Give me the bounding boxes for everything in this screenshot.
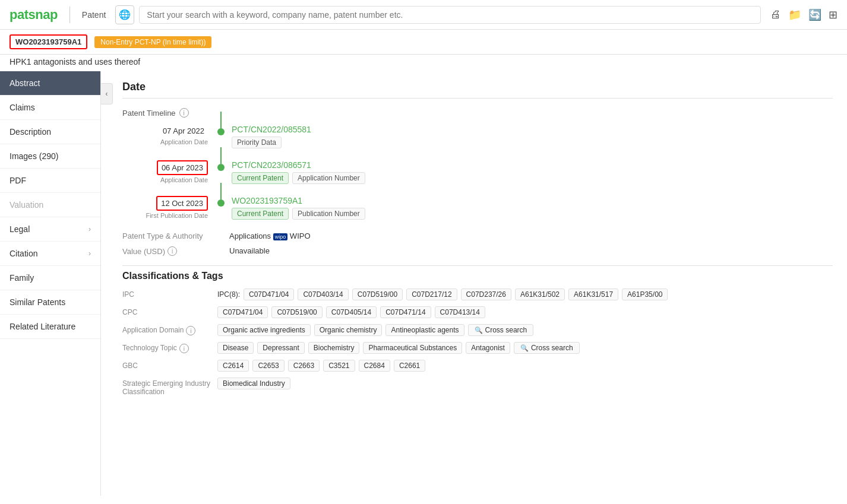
tag-current-patent-2[interactable]: Current Patent xyxy=(232,172,289,184)
tag-pub-number[interactable]: Publication Number xyxy=(292,208,365,220)
app-domain-tag-3[interactable]: Antineoplastic agents xyxy=(385,324,464,336)
sidebar-item-valuation[interactable]: Valuation xyxy=(0,193,100,217)
tech-topic-tag-5[interactable]: Antagonist xyxy=(466,342,510,354)
refresh-icon[interactable]: 🔄 xyxy=(808,8,821,21)
app-domain-info-icon[interactable]: i xyxy=(186,326,195,335)
strategic-tag-1[interactable]: Biomedical Industry xyxy=(217,378,290,389)
gbc-code-6[interactable]: C2661 xyxy=(394,360,425,372)
timeline-patent-1[interactable]: PCT/CN2022/085581 xyxy=(232,125,833,134)
timeline-right-3: WO2023193759A1 Current Patent Publicatio… xyxy=(225,196,833,220)
gbc-code-5[interactable]: C2684 xyxy=(359,360,390,372)
tag-app-number[interactable]: Application Number xyxy=(292,172,365,184)
sidebar-item-pdf[interactable]: PDF xyxy=(0,169,100,193)
timeline-sublabel-1: Application Date xyxy=(122,138,208,145)
timeline-left-2: 06 Apr 2023 Application Date xyxy=(122,160,217,184)
sidebar-item-images[interactable]: Images (290) xyxy=(0,144,100,169)
chevron-right-icon: › xyxy=(89,225,91,233)
gbc-code-4[interactable]: C3521 xyxy=(323,360,355,372)
sidebar-item-family[interactable]: Family xyxy=(0,266,100,290)
sidebar-item-citation[interactable]: Citation › xyxy=(0,242,100,266)
timeline-patent-2[interactable]: PCT/CN2023/086571 xyxy=(232,160,833,170)
header-tab-patent[interactable]: Patent xyxy=(82,10,106,20)
tag-priority-data[interactable]: Priority Data xyxy=(232,137,282,148)
ipc-code-7[interactable]: A61K31/517 xyxy=(568,289,618,300)
sidebar-item-claims[interactable]: Claims xyxy=(0,96,100,120)
ipc-code-3[interactable]: C07D519/00 xyxy=(352,289,403,300)
strategic-key: Strategic Emerging Industry Classificati… xyxy=(122,378,217,396)
ipc-code-6[interactable]: A61K31/502 xyxy=(515,289,565,300)
save-icon[interactable]: 🖨 xyxy=(770,8,781,21)
ipc-vals: IPC(8): C07D471/04 C07D403/14 C07D519/00… xyxy=(217,289,833,300)
value-info-icon[interactable]: i xyxy=(167,246,177,256)
content-inner: Date Patent Timeline i 07 Apr 2022 Appli… xyxy=(101,71,847,411)
timeline-dot-1 xyxy=(217,128,225,135)
app-domain-cross-search-button[interactable]: 🔍 Cross search xyxy=(468,324,534,336)
timeline-dot-2 xyxy=(217,164,225,171)
tech-topic-tag-2[interactable]: Depressant xyxy=(257,342,304,354)
cpc-key: CPC xyxy=(122,306,217,316)
gbc-code-1[interactable]: C2614 xyxy=(217,360,249,372)
ipc-key: IPC xyxy=(122,289,217,299)
sidebar-item-description[interactable]: Description xyxy=(0,120,100,144)
app-domain-tag-2[interactable]: Organic chemistry xyxy=(314,324,383,336)
folder-icon[interactable]: 📁 xyxy=(788,8,801,21)
timeline-left-3: 12 Oct 2023 First Publication Date xyxy=(122,196,217,220)
search-icon: 🔍 xyxy=(520,344,529,352)
globe-icon[interactable]: 🌐 xyxy=(115,5,134,24)
value-key: Value (USD) i xyxy=(122,246,229,256)
timeline-date-1: 07 Apr 2022 xyxy=(122,125,208,137)
cpc-code-4[interactable]: C07D471/14 xyxy=(380,306,431,318)
sidebar-item-label: Legal xyxy=(10,224,30,234)
ipc-code-2[interactable]: C07D403/14 xyxy=(298,289,348,300)
tech-topic-tag-3[interactable]: Biochemistry xyxy=(308,342,360,354)
sidebar-item-similar-patents[interactable]: Similar Patents xyxy=(0,290,100,315)
sidebar-item-abstract[interactable]: Abstract xyxy=(0,71,100,96)
ipc-code-8[interactable]: A61P35/00 xyxy=(622,289,668,300)
timeline-tags-2: Current Patent Application Number xyxy=(232,172,833,184)
content-area: ‹ Date Patent Timeline i 07 Apr 2022 App… xyxy=(101,71,847,496)
tech-topic-cross-search-button[interactable]: 🔍 Cross search xyxy=(514,342,580,354)
wipo-logo: wipo xyxy=(273,233,288,240)
header-divider xyxy=(69,7,70,23)
sidebar-item-label: PDF xyxy=(10,176,26,185)
timeline-tags-1: Priority Data xyxy=(232,137,833,148)
timeline-entry-2: 06 Apr 2023 Application Date PCT/CN2023/… xyxy=(122,160,833,184)
patent-authority: WIPO xyxy=(290,232,311,240)
app-domain-tag-1[interactable]: Organic active ingredients xyxy=(217,324,311,336)
gbc-code-3[interactable]: C2663 xyxy=(288,360,320,372)
tech-topic-tag-1[interactable]: Disease xyxy=(217,342,254,354)
patent-number[interactable]: WO2023193759A1 xyxy=(10,34,87,49)
sidebar-item-label: Valuation xyxy=(10,200,43,210)
ipc-code-1[interactable]: C07D471/04 xyxy=(244,289,294,300)
timeline-left-1: 07 Apr 2022 Application Date xyxy=(122,125,217,148)
collapse-button[interactable]: ‹ xyxy=(101,83,113,104)
date-section-title: Date xyxy=(122,81,833,99)
patent-bar: WO2023193759A1 Non-Entry PCT-NP (In time… xyxy=(0,30,847,55)
tech-topic-tag-4[interactable]: Pharmaceutical Substances xyxy=(363,342,462,354)
sidebar-item-label: Citation xyxy=(10,249,37,258)
timeline-info-icon[interactable]: i xyxy=(179,108,189,118)
cpc-code-1[interactable]: C07D471/04 xyxy=(217,306,268,318)
timeline-sublabel-3: First Publication Date xyxy=(122,212,208,219)
gbc-code-2[interactable]: C2653 xyxy=(252,360,284,372)
cpc-code-3[interactable]: C07D405/14 xyxy=(326,306,377,318)
sidebar-item-label: Claims xyxy=(10,103,35,112)
cpc-code-2[interactable]: C07D519/00 xyxy=(271,306,322,318)
sidebar-item-legal[interactable]: Legal › xyxy=(0,217,100,242)
ipc-code-4[interactable]: C07D217/12 xyxy=(406,289,457,300)
strategic-vals: Biomedical Industry xyxy=(217,378,833,389)
ipc-code-5[interactable]: C07D237/26 xyxy=(461,289,511,300)
tag-current-patent-3[interactable]: Current Patent xyxy=(232,208,289,220)
cpc-row: CPC C07D471/04 C07D519/00 C07D405/14 C07… xyxy=(122,306,833,318)
timeline-patent-3[interactable]: WO2023193759A1 xyxy=(232,196,833,205)
tech-topic-info-icon[interactable]: i xyxy=(179,344,189,353)
sidebar-item-related-literature[interactable]: Related Literature xyxy=(0,315,100,339)
gbc-vals: C2614 C2653 C2663 C3521 C2684 C2661 xyxy=(217,360,833,372)
timeline-entry-3: 12 Oct 2023 First Publication Date WO202… xyxy=(122,196,833,220)
sidebar: Abstract Claims Description Images (290)… xyxy=(0,71,101,496)
search-input[interactable] xyxy=(139,6,761,24)
sidebar-item-label: Images (290) xyxy=(10,151,58,161)
layout-icon[interactable]: ⊞ xyxy=(829,8,837,21)
sidebar-item-label: Description xyxy=(10,127,51,137)
cpc-code-5[interactable]: C07D413/14 xyxy=(435,306,485,318)
